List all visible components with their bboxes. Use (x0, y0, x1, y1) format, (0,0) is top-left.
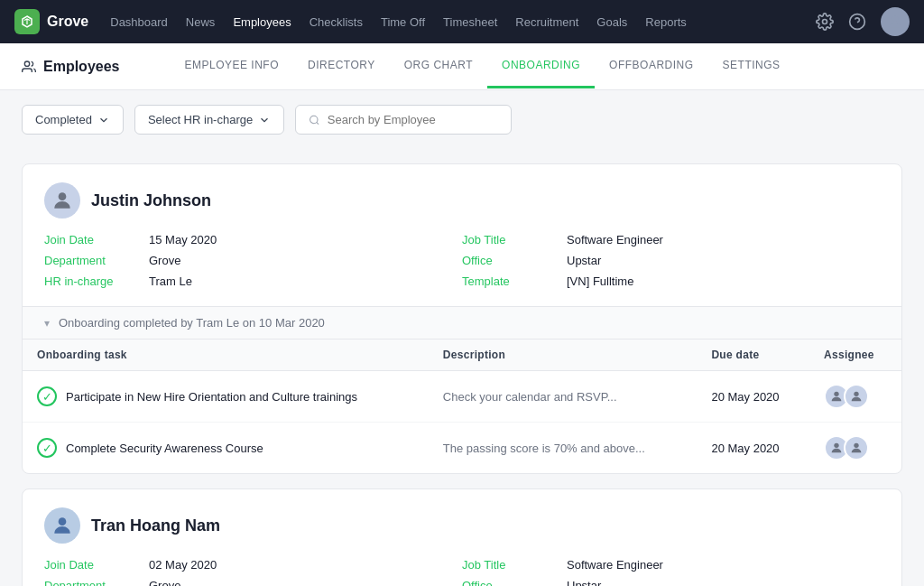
table-row: ✓ Complete Security Awareness Course The… (23, 423, 901, 474)
completed-text: Onboarding completed by Tram Le on 10 Ma… (59, 316, 325, 330)
search-icon (309, 114, 320, 126)
filters-bar: Completed Select HR in-charge (0, 90, 924, 149)
detail-office: Office Upstar (462, 254, 880, 267)
due-date-1: 20 May 2020 (697, 423, 809, 474)
svg-point-9 (854, 392, 858, 396)
task-name-1: ✓ Complete Security Awareness Course (23, 423, 429, 474)
employees-icon (22, 60, 36, 74)
detail-hr-incharge: HR in-charge Tram Le (44, 274, 462, 288)
svg-point-7 (59, 192, 67, 200)
page-title: Employees (22, 59, 119, 75)
nav-checklists[interactable]: Checklists (310, 12, 363, 33)
assignee-avatar (844, 435, 869, 460)
col-description: Description (429, 340, 698, 371)
employee-name-justin: Justin Johnson (91, 191, 211, 210)
nav-timesheet[interactable]: Timesheet (443, 12, 497, 33)
status-filter[interactable]: Completed (22, 105, 124, 135)
settings-icon[interactable] (816, 13, 834, 31)
sub-navigation: Employees Employee Info Directory Org Ch… (0, 43, 924, 90)
tasks-table-justin: Onboarding task Description Due date Ass… (23, 339, 901, 473)
tab-onboarding[interactable]: Onboarding (487, 44, 595, 88)
detail-department: Department Grove (44, 254, 462, 267)
svg-point-5 (310, 116, 318, 123)
nav-items: Dashboard News Employees Checklists Time… (110, 12, 794, 33)
nav-right (816, 7, 910, 36)
task-desc-0: Check your calendar and RSVP... (429, 371, 698, 423)
logo-text: Grove (47, 14, 88, 30)
avatar-justin (44, 182, 80, 219)
detail-office-tran: Office Upstar (462, 579, 880, 586)
employee-header-justin: Justin Johnson Join Date 15 May 2020 Dep… (23, 164, 901, 306)
tab-directory[interactable]: Directory (293, 44, 390, 88)
check-icon: ✓ (37, 386, 57, 406)
employee-header-tran: Tran Hoang Nam Join Date 02 May 2020 Dep… (23, 489, 901, 586)
tasks-table-header: Onboarding task Description Due date Ass… (23, 340, 901, 371)
sub-tabs: Employee Info Directory Org Chart Onboar… (170, 44, 902, 88)
employee-name-row: Justin Johnson (44, 182, 880, 219)
svg-point-4 (24, 61, 29, 66)
detail-job-title: Job Title Software Engineer (462, 233, 880, 246)
col-due-date: Due date (697, 340, 809, 371)
svg-point-12 (59, 517, 67, 526)
tab-offboarding[interactable]: Offboarding (595, 44, 708, 88)
detail-join-date: Join Date 15 May 2020 (44, 233, 462, 246)
detail-department-tran: Department Grove (44, 579, 462, 586)
task-desc-1: The passing score is 70% and above... (429, 423, 698, 474)
hr-incharge-filter[interactable]: Select HR in-charge (134, 105, 284, 135)
onboarding-completed-row[interactable]: ▾ Onboarding completed by Tram Le on 10 … (23, 306, 901, 339)
top-navigation: Grove Dashboard News Employees Checklist… (0, 0, 924, 43)
nav-news[interactable]: News (186, 12, 216, 33)
employee-card-tran: Tran Hoang Nam Join Date 02 May 2020 Dep… (22, 488, 902, 586)
svg-point-8 (834, 392, 838, 396)
employee-details-tran: Join Date 02 May 2020 Department Grove H… (44, 558, 880, 586)
employee-card-justin: Justin Johnson Join Date 15 May 2020 Dep… (22, 163, 902, 474)
svg-point-3 (892, 15, 899, 22)
svg-point-0 (823, 20, 827, 24)
svg-line-6 (317, 122, 319, 124)
nav-goals[interactable]: Goals (596, 12, 627, 33)
nav-dashboard[interactable]: Dashboard (110, 12, 168, 33)
chevron-icon: ▾ (44, 317, 50, 330)
search-input-wrap[interactable] (295, 105, 512, 135)
col-task: Onboarding task (23, 340, 429, 371)
status-filter-label: Completed (35, 113, 92, 126)
help-icon[interactable] (848, 13, 866, 31)
tasks-table-body: ✓ Participate in New Hire Orientation an… (23, 371, 901, 474)
employee-name-tran: Tran Hoang Nam (91, 516, 220, 535)
check-icon: ✓ (37, 438, 57, 458)
user-avatar[interactable] (881, 7, 910, 36)
detail-job-title-tran: Job Title Software Engineer (462, 558, 880, 572)
tab-settings[interactable]: Settings (708, 44, 795, 88)
avatar-tran (44, 507, 80, 544)
assignee-avatar (844, 384, 869, 409)
task-name-0: ✓ Participate in New Hire Orientation an… (23, 371, 429, 423)
nav-reports[interactable]: Reports (645, 12, 687, 33)
svg-point-10 (834, 443, 838, 448)
employee-details-justin: Join Date 15 May 2020 Department Grove H… (44, 233, 880, 288)
table-row: ✓ Participate in New Hire Orientation an… (23, 371, 901, 423)
detail-template: Template [VN] Fulltime (462, 274, 880, 288)
nav-timeoff[interactable]: Time Off (381, 12, 425, 33)
detail-join-date-tran: Join Date 02 May 2020 (44, 558, 462, 572)
tab-org-chart[interactable]: Org Chart (390, 44, 487, 88)
hr-filter-label: Select HR in-charge (148, 113, 253, 126)
tab-employee-info[interactable]: Employee Info (170, 44, 293, 88)
chevron-down-icon (258, 114, 271, 126)
col-assignee: Assignee (809, 340, 901, 371)
logo[interactable]: Grove (14, 9, 88, 34)
search-input[interactable] (328, 113, 498, 126)
svg-point-11 (854, 443, 858, 448)
nav-recruitment[interactable]: Recruitment (515, 12, 578, 33)
logo-icon (14, 9, 40, 34)
due-date-0: 20 May 2020 (697, 371, 809, 423)
assignee-1 (809, 423, 901, 474)
nav-employees[interactable]: Employees (233, 12, 291, 33)
assignee-0 (809, 371, 901, 423)
employee-name-row-tran: Tran Hoang Nam (44, 507, 880, 544)
chevron-down-icon (97, 114, 110, 126)
content-area: Justin Johnson Join Date 15 May 2020 Dep… (0, 149, 924, 586)
